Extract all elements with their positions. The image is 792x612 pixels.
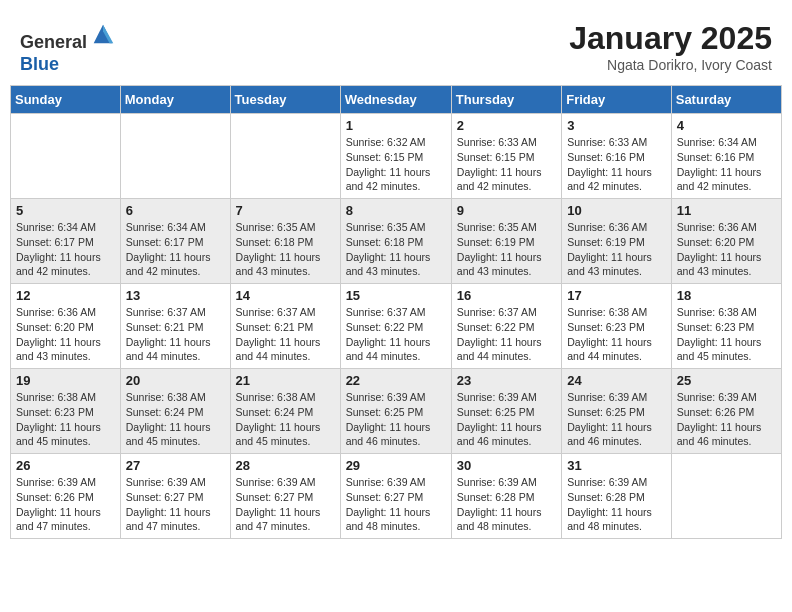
- day-number: 11: [677, 203, 776, 218]
- day-number: 5: [16, 203, 115, 218]
- calendar-cell: 6Sunrise: 6:34 AM Sunset: 6:17 PM Daylig…: [120, 199, 230, 284]
- calendar-cell: 4Sunrise: 6:34 AM Sunset: 6:16 PM Daylig…: [671, 114, 781, 199]
- title-block: January 2025 Ngata Dorikro, Ivory Coast: [569, 20, 772, 73]
- day-info: Sunrise: 6:37 AM Sunset: 6:22 PM Dayligh…: [346, 305, 446, 364]
- day-info: Sunrise: 6:34 AM Sunset: 6:16 PM Dayligh…: [677, 135, 776, 194]
- calendar-cell: [230, 114, 340, 199]
- day-info: Sunrise: 6:33 AM Sunset: 6:16 PM Dayligh…: [567, 135, 666, 194]
- day-number: 13: [126, 288, 225, 303]
- calendar-cell: 29Sunrise: 6:39 AM Sunset: 6:27 PM Dayli…: [340, 454, 451, 539]
- day-number: 1: [346, 118, 446, 133]
- month-title: January 2025: [569, 20, 772, 57]
- day-number: 31: [567, 458, 666, 473]
- day-info: Sunrise: 6:35 AM Sunset: 6:18 PM Dayligh…: [236, 220, 335, 279]
- day-info: Sunrise: 6:39 AM Sunset: 6:25 PM Dayligh…: [457, 390, 556, 449]
- day-number: 3: [567, 118, 666, 133]
- day-number: 14: [236, 288, 335, 303]
- day-info: Sunrise: 6:33 AM Sunset: 6:15 PM Dayligh…: [457, 135, 556, 194]
- calendar-cell: 2Sunrise: 6:33 AM Sunset: 6:15 PM Daylig…: [451, 114, 561, 199]
- day-number: 30: [457, 458, 556, 473]
- calendar-cell: 17Sunrise: 6:38 AM Sunset: 6:23 PM Dayli…: [562, 284, 672, 369]
- day-number: 6: [126, 203, 225, 218]
- calendar-cell: [120, 114, 230, 199]
- calendar-cell: 30Sunrise: 6:39 AM Sunset: 6:28 PM Dayli…: [451, 454, 561, 539]
- logo-icon: [89, 20, 117, 48]
- day-number: 25: [677, 373, 776, 388]
- day-info: Sunrise: 6:39 AM Sunset: 6:27 PM Dayligh…: [346, 475, 446, 534]
- day-number: 8: [346, 203, 446, 218]
- day-number: 17: [567, 288, 666, 303]
- day-info: Sunrise: 6:38 AM Sunset: 6:23 PM Dayligh…: [677, 305, 776, 364]
- calendar-cell: 5Sunrise: 6:34 AM Sunset: 6:17 PM Daylig…: [11, 199, 121, 284]
- day-info: Sunrise: 6:39 AM Sunset: 6:27 PM Dayligh…: [126, 475, 225, 534]
- calendar-cell: 23Sunrise: 6:39 AM Sunset: 6:25 PM Dayli…: [451, 369, 561, 454]
- day-info: Sunrise: 6:39 AM Sunset: 6:26 PM Dayligh…: [677, 390, 776, 449]
- logo: General Blue: [20, 20, 117, 75]
- calendar-cell: 11Sunrise: 6:36 AM Sunset: 6:20 PM Dayli…: [671, 199, 781, 284]
- weekday-header-sunday: Sunday: [11, 86, 121, 114]
- calendar-cell: 22Sunrise: 6:39 AM Sunset: 6:25 PM Dayli…: [340, 369, 451, 454]
- day-info: Sunrise: 6:39 AM Sunset: 6:26 PM Dayligh…: [16, 475, 115, 534]
- calendar-cell: 18Sunrise: 6:38 AM Sunset: 6:23 PM Dayli…: [671, 284, 781, 369]
- day-number: 22: [346, 373, 446, 388]
- day-number: 15: [346, 288, 446, 303]
- day-number: 7: [236, 203, 335, 218]
- day-number: 19: [16, 373, 115, 388]
- calendar-cell: 31Sunrise: 6:39 AM Sunset: 6:28 PM Dayli…: [562, 454, 672, 539]
- day-info: Sunrise: 6:38 AM Sunset: 6:24 PM Dayligh…: [126, 390, 225, 449]
- calendar-cell: [11, 114, 121, 199]
- calendar-cell: 7Sunrise: 6:35 AM Sunset: 6:18 PM Daylig…: [230, 199, 340, 284]
- calendar-cell: 16Sunrise: 6:37 AM Sunset: 6:22 PM Dayli…: [451, 284, 561, 369]
- day-number: 27: [126, 458, 225, 473]
- day-info: Sunrise: 6:39 AM Sunset: 6:28 PM Dayligh…: [457, 475, 556, 534]
- day-info: Sunrise: 6:35 AM Sunset: 6:18 PM Dayligh…: [346, 220, 446, 279]
- day-info: Sunrise: 6:34 AM Sunset: 6:17 PM Dayligh…: [126, 220, 225, 279]
- weekday-header-thursday: Thursday: [451, 86, 561, 114]
- calendar-cell: 20Sunrise: 6:38 AM Sunset: 6:24 PM Dayli…: [120, 369, 230, 454]
- day-number: 29: [346, 458, 446, 473]
- weekday-header-saturday: Saturday: [671, 86, 781, 114]
- calendar-cell: 19Sunrise: 6:38 AM Sunset: 6:23 PM Dayli…: [11, 369, 121, 454]
- calendar-table: SundayMondayTuesdayWednesdayThursdayFrid…: [10, 85, 782, 539]
- day-number: 16: [457, 288, 556, 303]
- day-info: Sunrise: 6:35 AM Sunset: 6:19 PM Dayligh…: [457, 220, 556, 279]
- day-info: Sunrise: 6:34 AM Sunset: 6:17 PM Dayligh…: [16, 220, 115, 279]
- calendar-cell: 3Sunrise: 6:33 AM Sunset: 6:16 PM Daylig…: [562, 114, 672, 199]
- calendar-week-3: 12Sunrise: 6:36 AM Sunset: 6:20 PM Dayli…: [11, 284, 782, 369]
- location-title: Ngata Dorikro, Ivory Coast: [569, 57, 772, 73]
- calendar-cell: 1Sunrise: 6:32 AM Sunset: 6:15 PM Daylig…: [340, 114, 451, 199]
- calendar-cell: 25Sunrise: 6:39 AM Sunset: 6:26 PM Dayli…: [671, 369, 781, 454]
- day-number: 23: [457, 373, 556, 388]
- calendar-cell: 14Sunrise: 6:37 AM Sunset: 6:21 PM Dayli…: [230, 284, 340, 369]
- calendar-week-5: 26Sunrise: 6:39 AM Sunset: 6:26 PM Dayli…: [11, 454, 782, 539]
- logo-text: General Blue: [20, 20, 117, 75]
- day-number: 12: [16, 288, 115, 303]
- logo-general: General: [20, 32, 87, 52]
- day-info: Sunrise: 6:38 AM Sunset: 6:23 PM Dayligh…: [567, 305, 666, 364]
- calendar-cell: 24Sunrise: 6:39 AM Sunset: 6:25 PM Dayli…: [562, 369, 672, 454]
- calendar-cell: 27Sunrise: 6:39 AM Sunset: 6:27 PM Dayli…: [120, 454, 230, 539]
- day-info: Sunrise: 6:38 AM Sunset: 6:24 PM Dayligh…: [236, 390, 335, 449]
- day-number: 18: [677, 288, 776, 303]
- day-number: 20: [126, 373, 225, 388]
- weekday-header-monday: Monday: [120, 86, 230, 114]
- day-info: Sunrise: 6:37 AM Sunset: 6:22 PM Dayligh…: [457, 305, 556, 364]
- day-number: 21: [236, 373, 335, 388]
- calendar-cell: 26Sunrise: 6:39 AM Sunset: 6:26 PM Dayli…: [11, 454, 121, 539]
- day-info: Sunrise: 6:39 AM Sunset: 6:28 PM Dayligh…: [567, 475, 666, 534]
- weekday-header-wednesday: Wednesday: [340, 86, 451, 114]
- day-number: 26: [16, 458, 115, 473]
- logo-blue: Blue: [20, 54, 59, 74]
- weekday-header-tuesday: Tuesday: [230, 86, 340, 114]
- day-info: Sunrise: 6:36 AM Sunset: 6:20 PM Dayligh…: [16, 305, 115, 364]
- calendar-cell: 9Sunrise: 6:35 AM Sunset: 6:19 PM Daylig…: [451, 199, 561, 284]
- day-number: 24: [567, 373, 666, 388]
- day-info: Sunrise: 6:32 AM Sunset: 6:15 PM Dayligh…: [346, 135, 446, 194]
- day-number: 28: [236, 458, 335, 473]
- calendar-cell: 10Sunrise: 6:36 AM Sunset: 6:19 PM Dayli…: [562, 199, 672, 284]
- calendar-cell: 15Sunrise: 6:37 AM Sunset: 6:22 PM Dayli…: [340, 284, 451, 369]
- page-header: General Blue January 2025 Ngata Dorikro,…: [10, 10, 782, 80]
- calendar-cell: 28Sunrise: 6:39 AM Sunset: 6:27 PM Dayli…: [230, 454, 340, 539]
- weekday-header-row: SundayMondayTuesdayWednesdayThursdayFrid…: [11, 86, 782, 114]
- day-number: 2: [457, 118, 556, 133]
